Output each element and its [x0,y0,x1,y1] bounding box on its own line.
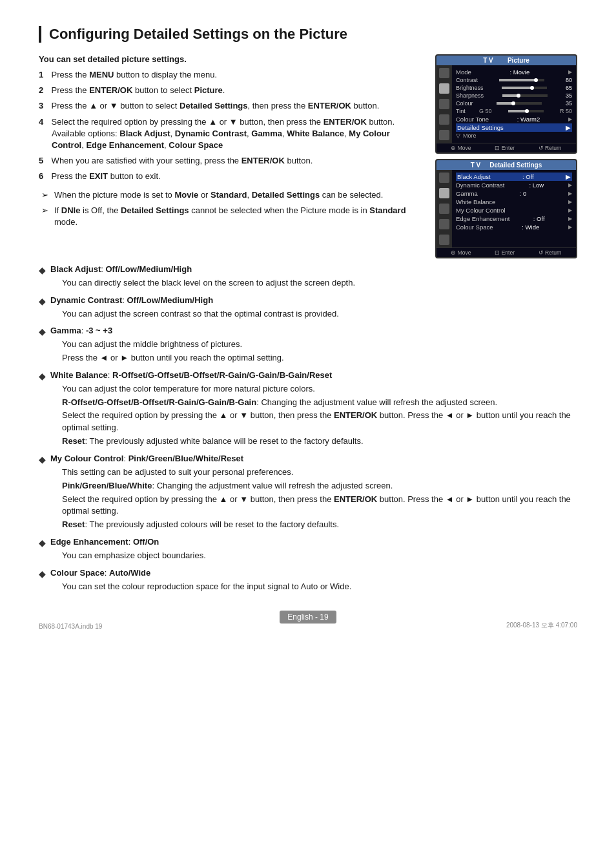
sidebar2-icon-3 [439,204,449,214]
footer-date-info: 2008-08-13 오후 4:07:00 [506,621,577,630]
step-6: 6 Press the EXIT button to exit. [39,171,422,182]
tv2-row-blackadjust: Black Adjust : Off ▶ [456,173,572,181]
sidebar-icon-2 [439,83,449,94]
tv-row-contrast: Contrast 80 [456,76,572,84]
tv-row-colour: Colour 35 [456,100,572,107]
sidebar2-icon-5 [439,235,449,245]
sharpness-slider [502,94,548,97]
bullet-gamma: ◆ Gamma: -3 ~ +3 You can adjust the midd… [39,325,577,364]
sidebar-icon-4 [439,114,449,125]
tv2-row-dyncontrast: Dynamic Contrast : Low ▶ [456,181,572,189]
tint-slider [508,110,544,112]
step-5: 5 When you are satisfied with your setti… [39,155,422,167]
colour-slider [497,102,542,105]
sidebar-icon-1 [439,68,449,78]
contrast-slider [499,79,544,81]
tv2-row-edge: Edge Enhancement : Off ▶ [456,215,572,223]
step-1: 1 Press the MENU button to display the m… [39,69,422,81]
tv-panel1-bottombar: ⊕ Move ⊡ Enter ↺ Return [436,143,576,152]
bullet-colourspace: ◆ Colour Space: Auto/Wide You can set th… [39,567,577,593]
tv-panel1-sidebar [436,65,452,143]
tv-panel1-inner: Mode : Movie ▶ Contrast 80 [436,65,576,143]
tv2-row-whitebalance: White Balance ▶ [456,198,572,206]
step-4: 4 Select the required option by pressing… [39,116,422,152]
step-2: 2 Press the ENTER/OK button to select Pi… [39,85,422,96]
bullet-mycolour: ◆ My Colour Control: Pink/Green/Blue/Whi… [39,453,577,531]
note-1: ➢ When the picture mode is set to Movie … [39,189,422,201]
tv-row-sharpness: Sharpness 35 [456,92,572,100]
tv-row-brightness: Brightness 65 [456,84,572,92]
steps-list: 1 Press the MENU button to display the m… [39,69,422,183]
tv-panel2-inner: Black Adjust : Off ▶ Dynamic Contrast : … [436,170,576,247]
tv-panel2-bottombar: ⊕ Move ⊡ Enter ↺ Return [436,247,576,257]
tv2-row-colourspace: Colour Space : Wide ▶ [456,223,572,231]
bullet-blackadjust-header: ◆ Black Adjust: Off/Low/Medium/High You … [39,264,577,289]
tv-panel1-main: Mode : Movie ▶ Contrast 80 [452,65,576,143]
footer-file-info: BN68-01743A.indb 19 [39,623,102,630]
note-arrow-2: ➢ [41,205,50,228]
bullet-blackadjust: ◆ Black Adjust: Off/Low/Medium/High You … [39,264,577,289]
tv-panel2-main: Black Adjust : Off ▶ Dynamic Contrast : … [452,170,576,247]
tv-row-colourtone: Colour Tone : Warm2 ▶ [456,115,572,123]
bullet-dyncontrast: ◆ Dynamic Contrast: Off/Low/Medium/High … [39,295,577,320]
brightness-slider [502,87,547,89]
tv-panels: T V Picture Mode [435,54,577,258]
tv-panel2-sidebar [436,170,452,247]
bullet-edge: ◆ Edge Enhancement: Off/On You can empha… [39,536,577,562]
step-3: 3 Press the ▲ or ▼ button to select Deta… [39,100,422,112]
tv2-row-gamma: Gamma : 0 ▶ [456,189,572,198]
sidebar-icon-5 [439,130,449,140]
sidebar2-icon-1 [439,173,449,183]
tv-more-row: ▽ More [456,132,572,140]
bullet-sections: ◆ Black Adjust: Off/Low/Medium/High You … [39,264,577,592]
tv-panel2-titlebar: T V Detailed Settings [436,160,576,170]
bullet-whitebalance: ◆ White Balance: R-Offset/G-Offset/B-Off… [39,370,577,448]
note-2: ➢ If DNIe is Off, the Detailed Settings … [39,205,422,228]
text-content: You can set detailed picture settings. 1… [39,54,422,232]
page-number: English - 19 [280,611,336,624]
sidebar2-icon-4 [439,219,449,229]
intro-text: You can set detailed picture settings. [39,54,422,64]
tv-row-detailedsettings: Detailed Settings ▶ [456,123,572,132]
tv-panel-detailed: T V Detailed Settings Black Adjus [435,159,577,258]
main-content: You can set detailed picture settings. 1… [39,54,577,258]
tv-panel1-titlebar: T V Picture [436,56,576,65]
tv2-row-mycolour: My Colour Control ▶ [456,206,572,215]
note-arrow-1: ➢ [41,189,50,201]
page-title: Configuring Detailed Settings on the Pic… [49,26,577,43]
sidebar2-icon-2 [439,188,449,198]
tv-row-tint: Tint G 50 R 50 [456,107,572,115]
sidebar-icon-3 [439,99,449,109]
page-container: Configuring Detailed Settings on the Pic… [0,0,616,636]
tv-row-mode: Mode : Movie ▶ [456,68,572,76]
page-header: Configuring Detailed Settings on the Pic… [39,26,577,43]
tv-panel-picture: T V Picture Mode [435,54,577,154]
